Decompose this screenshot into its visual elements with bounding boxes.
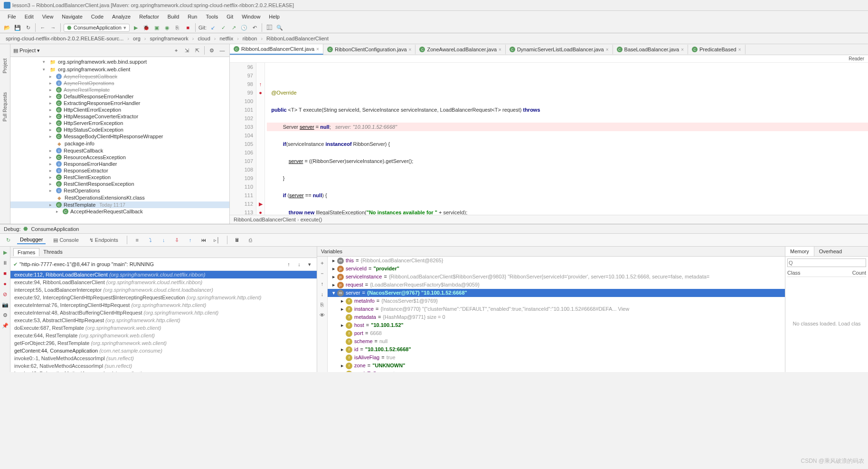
close-tab-icon[interactable]: × (681, 47, 684, 52)
settings-icon[interactable]: ⚙ (208, 46, 216, 55)
variable-row[interactable]: ▸p request = {LoadBalancerRequestFactory… (328, 281, 785, 289)
tree-item[interactable]: ▸CAcceptHeaderRequestCallback (10, 208, 229, 215)
stack-frame[interactable]: doExecute:687, RestTemplate (org.springf… (10, 324, 317, 332)
stack-frame[interactable]: getContent:44, ConsumeApplication (com.n… (10, 347, 317, 354)
watch-up-icon[interactable]: ↑ (318, 279, 327, 288)
menu-navigate[interactable]: Navigate (58, 13, 86, 20)
menu-help[interactable]: Help (265, 13, 283, 20)
variable-row[interactable]: ▸f zone = "UNKNOWN" (328, 362, 785, 370)
show-watches-icon[interactable]: 👁 (318, 311, 327, 319)
close-tab-icon[interactable]: × (606, 47, 609, 52)
rerun-icon[interactable]: ↻ (4, 236, 12, 244)
git-history-icon[interactable]: 🕓 (240, 23, 248, 32)
variable-row[interactable]: ▸f metaInfo = {NacosServer$1@9769} (328, 297, 785, 305)
menu-run[interactable]: Run (184, 13, 201, 20)
stack-frame[interactable]: execute:53, AbstractClientHttpRequest (o… (10, 316, 317, 324)
variable-row[interactable]: ▾m server = {NacosServer@9767} "10.100.1… (328, 289, 785, 297)
overhead-tab[interactable]: Overhead (814, 247, 847, 256)
editor-tab[interactable]: CPredicateBased× (688, 45, 745, 54)
debugger-tab[interactable]: Debugger (17, 236, 46, 244)
force-step-icon[interactable]: ⇩ (173, 236, 181, 244)
debug-icon[interactable]: 🐞 (142, 23, 151, 32)
frames-subtab[interactable]: Frames (13, 248, 39, 256)
variable-row[interactable]: ▸m this = {RibbonLoadBalancerClient@8265… (328, 257, 785, 265)
menu-tools[interactable]: Tools (202, 13, 222, 20)
tree-item[interactable]: ▸IRequestCallback (10, 147, 229, 154)
menu-refactor[interactable]: Refactor (135, 13, 163, 20)
pin-icon[interactable]: 📌 (1, 322, 9, 329)
save-icon[interactable]: 💾 (13, 23, 22, 32)
run-config-selector[interactable]: ⬣ ConsumeApplication ▾ (64, 24, 130, 32)
coverage-icon[interactable]: ▣ (152, 23, 161, 32)
variable-row[interactable]: ▸p serviceInstance = {RibbonLoadBalancer… (328, 273, 785, 281)
debug-config[interactable]: ConsumeApplication (31, 226, 79, 232)
evaluate-icon[interactable]: 🖩 (233, 236, 242, 244)
back-icon[interactable]: ← (38, 23, 47, 32)
frames-nav-icon[interactable]: ≡ (133, 236, 142, 244)
editor-tab[interactable]: CRibbonLoadBalancerClient.java× (230, 44, 323, 55)
memory-tab[interactable]: Memory (785, 247, 814, 256)
add-watch-icon[interactable]: ＋ (318, 258, 327, 267)
tree-item[interactable]: ▸IAsyncRequestCallback (10, 73, 229, 80)
get-thread-dump-icon[interactable]: 📷 (1, 301, 9, 308)
stack-frame[interactable]: executeInternal:48, AbstractBufferingCli… (10, 309, 317, 316)
menu-build[interactable]: Build (164, 13, 183, 20)
tree-item[interactable]: ▸IResponseExtractor (10, 167, 229, 174)
menu-edit[interactable]: Edit (21, 13, 38, 20)
tree-item[interactable]: ▸IResponseErrorHandler (10, 161, 229, 167)
code-editor[interactable]: @Override public <T> T execute(String se… (265, 63, 868, 215)
code-breadcrumbs[interactable]: RibbonLoadBalancerClient › execute() (230, 215, 868, 224)
tree-item[interactable]: ◆RestOperationsExtensionsKt.class (10, 194, 229, 201)
variable-row[interactable]: f isAliveFlag = true (328, 354, 785, 362)
variable-row[interactable]: f readyToServe = true (328, 370, 785, 372)
tree-item[interactable]: ▾📁org.springframework.web.bind.support (10, 58, 229, 66)
git-update-icon[interactable]: ↙ (208, 23, 217, 32)
editor-tab[interactable]: CDynamicServerListLoadBalancer.java× (506, 45, 613, 54)
reader-mode-label[interactable]: Reader (230, 55, 868, 63)
stack-frame[interactable]: execute:92, InterceptingClientHttpReques… (10, 294, 317, 301)
tree-item[interactable]: ▸CHttpStatusCodeException (10, 126, 229, 133)
watch-down-icon[interactable]: ↓ (318, 290, 327, 298)
menu-view[interactable]: View (38, 13, 57, 20)
menu-window[interactable]: Window (238, 13, 264, 20)
breakpoints-icon[interactable]: ● (1, 280, 9, 287)
stack-frame[interactable]: invoke:43, DelegatingMethodAccessorImpl … (10, 370, 317, 372)
tree-item[interactable]: ▸CHttpClientErrorException (10, 106, 229, 113)
memory-search-input[interactable] (787, 258, 866, 267)
stack-frame[interactable]: invoke0:-1, NativeMethodAccessorImpl (su… (10, 354, 317, 362)
variable-row[interactable]: ▸f id = "10.100.1.52:6668" (328, 345, 785, 354)
sync-icon[interactable]: ↻ (24, 23, 32, 32)
breadcrumb-item[interactable]: netflix (217, 35, 235, 42)
menu-code[interactable]: Code (87, 13, 107, 20)
stop-debug-icon[interactable]: ■ (1, 269, 9, 277)
thread-filter-icon[interactable]: ▾ (305, 260, 314, 268)
close-tab-icon[interactable]: × (499, 47, 501, 52)
collapse-all-icon[interactable]: ⇱ (193, 46, 201, 55)
editor-tab[interactable]: CRibbonClientConfiguration.java× (323, 45, 416, 54)
editor-tab[interactable]: CZoneAwareLoadBalancer.java× (415, 45, 505, 54)
breadcrumb-item[interactable]: springframework (148, 35, 190, 42)
settings-debug-icon[interactable]: ⚙ (1, 311, 9, 319)
tree-item[interactable]: ▸CRestClientException (10, 174, 229, 181)
menu-git[interactable]: Git (223, 13, 237, 20)
breadcrumb-item[interactable]: ribbon (241, 35, 259, 42)
stop-icon[interactable]: ■ (184, 23, 192, 32)
breadcrumb-item[interactable]: RibbonLoadBalancerClient (264, 35, 330, 42)
step-into-icon[interactable]: ↓ (160, 236, 168, 244)
select-file-icon[interactable]: ⌖ (172, 46, 180, 55)
project-tool-tab[interactable]: Project (2, 58, 8, 73)
breadcrumb-item[interactable]: org (131, 35, 142, 42)
threads-subtab[interactable]: Threads (39, 248, 66, 256)
pull-requests-tool-tab[interactable]: Pull Requests (2, 92, 8, 122)
tree-item[interactable]: ▸IAsyncRestOperations (10, 80, 229, 86)
mute-bp-icon[interactable]: ⊘ (1, 290, 9, 298)
step-out-icon[interactable]: ↑ (186, 236, 195, 244)
profile-icon[interactable]: ◉ (163, 23, 171, 32)
tree-item[interactable]: ▸CExtractingResponseErrorHandler (10, 100, 229, 106)
console-tab[interactable]: ▤ Console (50, 236, 81, 244)
menu-analyze[interactable]: Analyze (108, 13, 134, 20)
thread-selector[interactable]: ✔ "http-nio-7777-exec-1"@8,447 in group … (10, 258, 317, 271)
run-icon[interactable]: ▶ (132, 23, 140, 32)
tree-item[interactable]: ▸CDefaultResponseErrorHandler (10, 93, 229, 100)
project-tree[interactable]: ▾📁org.springframework.web.bind.support▾📁… (10, 57, 229, 224)
